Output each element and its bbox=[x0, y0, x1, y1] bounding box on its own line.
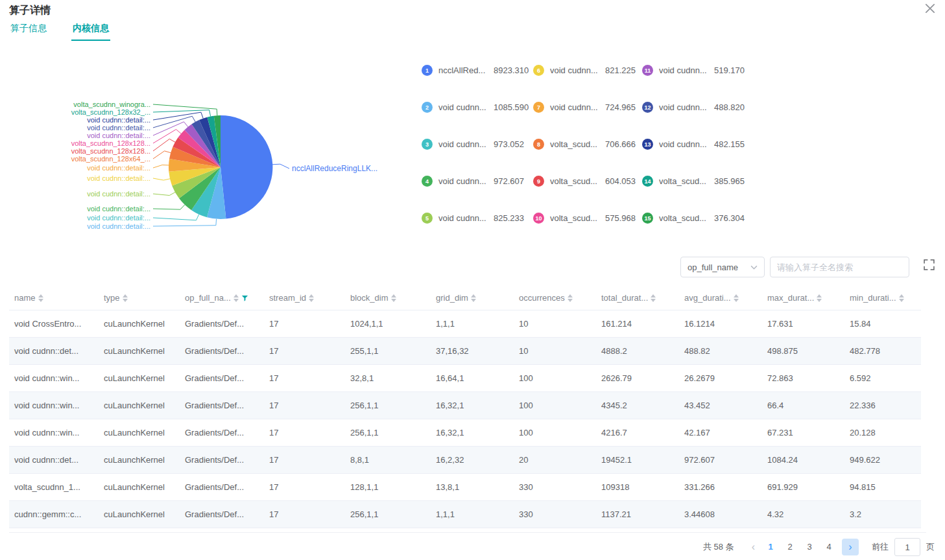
table-cell: 67.231 bbox=[762, 419, 844, 446]
table-cell: cuLaunchKernel bbox=[99, 500, 180, 528]
table-row[interactable]: void cudnn::det...cuLaunchKernelGradient… bbox=[9, 337, 921, 364]
table-row[interactable]: void cudnn::det...cuLaunchKernelGradient… bbox=[9, 446, 921, 473]
col-header-name[interactable]: name bbox=[9, 286, 99, 310]
col-header-avg_durati[interactable]: avg_durati... bbox=[679, 286, 762, 310]
legend-item-4[interactable]: 4void cudnn...972.607 bbox=[422, 176, 533, 187]
table-cell: cuLaunchKernel bbox=[99, 473, 180, 500]
table-cell: 16,2,32 bbox=[431, 446, 514, 473]
filter-icon[interactable] bbox=[241, 295, 248, 302]
col-header-block_dim[interactable]: block_dim bbox=[345, 286, 431, 310]
search-column-select[interactable]: op_full_name bbox=[680, 257, 765, 277]
legend-value: 724.965 bbox=[605, 102, 636, 112]
legend-item-15[interactable]: 15volta_scud...376.304 bbox=[642, 213, 754, 224]
page-2[interactable]: 2 bbox=[780, 538, 800, 556]
pie-chart: volta_scudnn_winogra...volta_scudnn_128x… bbox=[0, 51, 431, 248]
table-cell: 691.929 bbox=[762, 473, 844, 500]
pie-label-line bbox=[153, 178, 170, 180]
col-header-type[interactable]: type bbox=[99, 286, 180, 310]
table-cell: 26.2679 bbox=[679, 364, 762, 391]
sort-icon[interactable] bbox=[309, 294, 314, 302]
sort-icon[interactable] bbox=[817, 294, 822, 302]
legend-item-11[interactable]: 11void cudnn...519.170 bbox=[642, 65, 754, 76]
table-cell: 4216.7 bbox=[596, 419, 679, 446]
legend-item-3[interactable]: 3void cudnn...973.052 bbox=[422, 139, 533, 150]
table-cell: void cudnn::win... bbox=[9, 419, 99, 446]
sort-icon[interactable] bbox=[568, 294, 573, 302]
table-cell: cuLaunchKernel bbox=[99, 446, 180, 473]
legend-value: 575.968 bbox=[605, 213, 636, 223]
table-cell: Gradients/Def... bbox=[180, 500, 264, 528]
table-cell: 6.592 bbox=[844, 364, 921, 391]
col-header-occurrences[interactable]: occurrences bbox=[514, 286, 596, 310]
table-cell: 10 bbox=[514, 310, 596, 337]
search-input[interactable] bbox=[771, 257, 909, 277]
legend-rank-badge: 6 bbox=[533, 65, 544, 76]
table-cell: 488.82 bbox=[679, 337, 762, 364]
legend-value: 8923.310 bbox=[494, 65, 529, 75]
legend-item-6[interactable]: 6void cudnn...821.225 bbox=[533, 65, 642, 76]
pie-label-9: volta_scudnn_128x128... bbox=[71, 147, 150, 155]
close-icon[interactable] bbox=[924, 3, 936, 14]
fullscreen-icon[interactable] bbox=[924, 259, 935, 270]
sort-icon[interactable] bbox=[391, 294, 396, 302]
col-header-total_durat[interactable]: total_durat... bbox=[596, 286, 679, 310]
col-header-op_full_na[interactable]: op_full_na... bbox=[180, 286, 264, 310]
sort-icon[interactable] bbox=[899, 294, 904, 302]
page-1[interactable]: 1 bbox=[761, 538, 780, 556]
pie-label-6: void cudnn::detail:... bbox=[87, 174, 150, 182]
pie-label-7: void cudnn::detail:... bbox=[87, 164, 150, 172]
pie-label-line bbox=[153, 215, 199, 220]
legend-value: 604.053 bbox=[605, 176, 636, 186]
tab-kernel-info[interactable]: 内核信息 bbox=[71, 20, 110, 41]
sort-icon[interactable] bbox=[38, 294, 43, 302]
table-cell: 17 bbox=[264, 310, 345, 337]
col-label: max_durat... bbox=[767, 293, 814, 303]
col-header-stream_id[interactable]: stream_id bbox=[264, 286, 345, 310]
page-4[interactable]: 4 bbox=[819, 538, 839, 556]
table-cell: 16,32,1 bbox=[431, 391, 514, 419]
legend-item-5[interactable]: 5void cudnn...825.233 bbox=[422, 213, 533, 224]
pie-slice-1[interactable] bbox=[221, 115, 272, 219]
legend-item-8[interactable]: 8volta_scud...706.666 bbox=[533, 139, 642, 150]
page-3[interactable]: 3 bbox=[800, 538, 819, 556]
legend-item-2[interactable]: 2void cudnn...1085.590 bbox=[422, 102, 533, 113]
table-row[interactable]: void cudnn::win...cuLaunchKernelGradient… bbox=[9, 364, 921, 391]
legend-item-1[interactable]: 1ncclAllRed...8923.310 bbox=[422, 65, 533, 76]
table-cell: 1024,1,1 bbox=[345, 310, 431, 337]
table-cell: 42.167 bbox=[679, 419, 762, 446]
total-count: 共 58 条 bbox=[703, 541, 734, 553]
col-header-grid_dim[interactable]: grid_dim bbox=[431, 286, 514, 310]
col-header-min_durati[interactable]: min_durati... bbox=[844, 286, 921, 310]
sort-icon[interactable] bbox=[123, 294, 128, 302]
sort-icon[interactable] bbox=[651, 294, 656, 302]
table-cell: 255,1,1 bbox=[345, 337, 431, 364]
table-cell: 100 bbox=[514, 419, 596, 446]
legend-item-7[interactable]: 7void cudnn...724.965 bbox=[533, 102, 642, 113]
legend-item-12[interactable]: 12void cudnn...488.820 bbox=[642, 102, 754, 113]
table-cell: 17 bbox=[264, 500, 345, 528]
kernel-duration-chart: volta_scudnn_winogra...volta_scudnn_128x… bbox=[0, 51, 945, 248]
next-page-button[interactable]: › bbox=[842, 539, 859, 555]
legend-item-13[interactable]: 13void cudnn...482.155 bbox=[642, 139, 754, 150]
table-cell: 17 bbox=[264, 391, 345, 419]
table-cell: Gradients/Def... bbox=[180, 419, 264, 446]
goto-label: 前往 bbox=[872, 541, 889, 553]
table-row[interactable]: volta_scudnn_1...cuLaunchKernelGradients… bbox=[9, 473, 921, 500]
legend-item-14[interactable]: 14volta_scud...385.965 bbox=[642, 176, 754, 187]
table-cell: 4888.2 bbox=[596, 337, 679, 364]
table-row[interactable]: cudnn::gemm::c...cuLaunchKernelGradients… bbox=[9, 500, 921, 528]
col-header-max_durat[interactable]: max_durat... bbox=[762, 286, 844, 310]
sort-icon[interactable] bbox=[471, 294, 476, 302]
goto-page-input[interactable] bbox=[894, 538, 920, 556]
tab-operator-info[interactable]: 算子信息 bbox=[9, 20, 48, 41]
sort-icon[interactable] bbox=[233, 294, 239, 302]
legend-item-9[interactable]: 9volta_scud...604.053 bbox=[533, 176, 642, 187]
table-row[interactable]: void CrossEntro...cuLaunchKernelGradient… bbox=[9, 310, 921, 337]
legend-item-10[interactable]: 10volta_scud...575.968 bbox=[533, 213, 642, 224]
legend-value: 825.233 bbox=[494, 213, 524, 223]
prev-page-button[interactable]: ‹ bbox=[746, 541, 761, 553]
sort-icon[interactable] bbox=[734, 294, 739, 302]
table-row[interactable]: void cudnn::win...cuLaunchKernelGradient… bbox=[9, 419, 921, 446]
legend-rank-badge: 7 bbox=[533, 102, 544, 113]
table-row[interactable]: void cudnn::win...cuLaunchKernelGradient… bbox=[9, 391, 921, 419]
